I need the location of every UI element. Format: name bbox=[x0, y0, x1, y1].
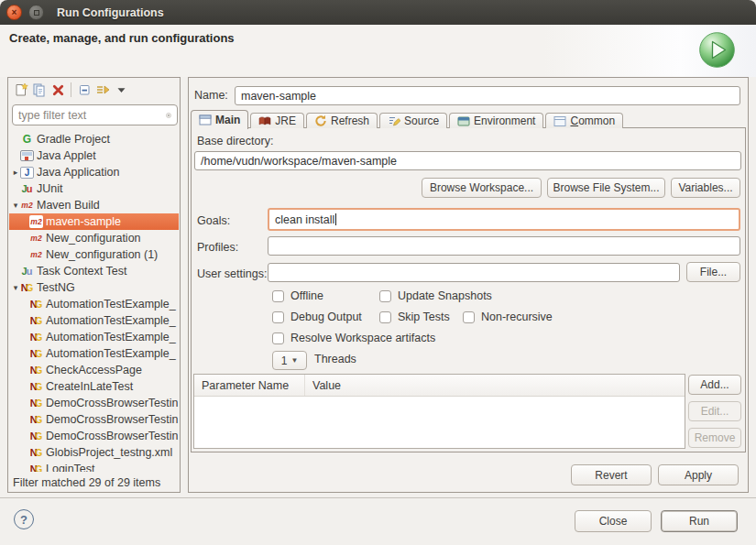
tree-item[interactable]: AutomationTestExample_ bbox=[9, 329, 179, 345]
window-close-button[interactable]: × bbox=[6, 5, 22, 20]
tree-item[interactable]: AutomationTestExample_ bbox=[9, 312, 179, 329]
bottom-separator bbox=[0, 497, 756, 498]
base-directory-label: Base directory: bbox=[197, 135, 273, 147]
configuration-editor: Name: maven-sample Main JRE Refresh Sour… bbox=[188, 77, 749, 493]
testng-icon bbox=[29, 430, 43, 442]
help-button[interactable]: ? bbox=[14, 509, 34, 529]
revert-button[interactable]: Revert bbox=[571, 464, 652, 485]
edit-button[interactable]: Edit... bbox=[688, 401, 741, 421]
tree-item-label: maven-sample bbox=[46, 215, 121, 228]
tree-item-label: AutomationTestExample_ bbox=[46, 347, 176, 360]
filter-launch-configurations-icon[interactable] bbox=[93, 82, 112, 98]
tree-item[interactable]: AutomationTestExample_ bbox=[9, 296, 179, 312]
titlebar[interactable]: × Run Configurations bbox=[0, 0, 756, 25]
threads-label: Threads bbox=[314, 353, 356, 365]
tree-item-label: DemoCrossBrowserTestin bbox=[46, 430, 178, 442]
filter-status: Filter matched 29 of 29 items bbox=[13, 476, 160, 489]
variables-button[interactable]: Variables... bbox=[671, 178, 740, 198]
tree-item[interactable]: CreateInLateTest bbox=[9, 378, 179, 395]
remove-button[interactable]: Remove bbox=[688, 428, 741, 448]
minimize-icon bbox=[34, 10, 39, 16]
tree-item-label: LoginTest bbox=[46, 463, 95, 472]
tree-item[interactable]: DemoCrossBrowserTestin bbox=[9, 395, 179, 411]
jre-tab-icon bbox=[258, 114, 271, 127]
tree-item[interactable]: Gradle Project bbox=[9, 131, 179, 147]
tree-item[interactable]: GlobisProject_testng.xml bbox=[9, 444, 179, 461]
threads-dropdown[interactable]: 1 ▼ bbox=[272, 351, 307, 370]
tab-common[interactable]: Common bbox=[545, 113, 623, 128]
delete-configuration-icon[interactable] bbox=[49, 82, 67, 98]
skip-tests-checkbox[interactable] bbox=[379, 311, 391, 323]
browse-file-system-button[interactable]: Browse File System... bbox=[547, 178, 665, 198]
gradle-icon bbox=[20, 133, 34, 146]
dropdown-arrow-icon: ▼ bbox=[290, 356, 298, 365]
resolve-workspace-checkbox[interactable] bbox=[272, 332, 284, 344]
profiles-input[interactable] bbox=[268, 236, 740, 256]
filter-input[interactable] bbox=[18, 109, 166, 122]
add-button[interactable]: Add... bbox=[688, 375, 741, 395]
base-directory-input[interactable]: /home/vudn/workspace/maven-sample bbox=[194, 151, 741, 170]
resolve-workspace-label: Resolve Workspace artifacts bbox=[290, 332, 435, 344]
new-configuration-icon[interactable] bbox=[12, 82, 30, 98]
dialog-header-title: Create, manage, and run configurations bbox=[9, 31, 235, 45]
tree-item-label: New_configuration (1) bbox=[46, 248, 158, 261]
tree-item[interactable]: DemoCrossBrowserTestin bbox=[9, 428, 179, 444]
apply-button[interactable]: Apply bbox=[658, 464, 739, 485]
goals-input[interactable]: clean install bbox=[268, 208, 740, 231]
run-configurations-dialog: × Run Configurations Create, manage, and… bbox=[0, 0, 756, 545]
parameter-table-header: Parameter Name Value bbox=[194, 375, 685, 397]
browse-workspace-button[interactable]: Browse Workspace... bbox=[422, 178, 542, 198]
expand-arrow-icon[interactable]: ▾ bbox=[11, 201, 20, 210]
testng-icon bbox=[29, 413, 43, 426]
expand-arrow-icon[interactable]: ▸ bbox=[11, 168, 20, 177]
tree-item-label: CreateInLateTest bbox=[46, 380, 133, 393]
junit-task-icon bbox=[20, 265, 34, 278]
tab-jre[interactable]: JRE bbox=[250, 113, 304, 128]
dialog-header: Create, manage, and run configurations bbox=[0, 25, 756, 77]
offline-checkbox[interactable] bbox=[272, 290, 284, 302]
tab-refresh[interactable]: Refresh bbox=[306, 113, 378, 128]
tab-source[interactable]: Source bbox=[379, 113, 447, 128]
run-button[interactable]: Run bbox=[661, 510, 738, 532]
tree-item[interactable]: LoginTest bbox=[9, 461, 179, 472]
window-minimize-button[interactable] bbox=[28, 5, 44, 20]
sidebar-toolbar bbox=[8, 78, 180, 102]
parameter-table-body bbox=[194, 397, 685, 449]
tree-item-label: CheckAccessPage bbox=[46, 364, 142, 376]
toolbar-menu-chevron-icon[interactable] bbox=[112, 82, 130, 98]
tree-item[interactable]: Task Context Test bbox=[9, 263, 179, 279]
collapse-all-icon[interactable] bbox=[75, 82, 93, 98]
tree-item-label: AutomationTestExample_ bbox=[46, 331, 176, 343]
tree-item[interactable]: AutomationTestExample_ bbox=[9, 345, 179, 362]
tree-item[interactable]: New_configuration (1) bbox=[9, 246, 179, 263]
debug-output-checkbox[interactable] bbox=[272, 311, 284, 323]
testng-icon bbox=[29, 446, 43, 459]
tree-item[interactable]: maven-sample bbox=[9, 213, 179, 230]
testng-icon bbox=[29, 331, 43, 343]
user-settings-label: User settings: bbox=[197, 267, 267, 280]
user-settings-input[interactable] bbox=[268, 263, 680, 282]
tree-item-label: DemoCrossBrowserTestin bbox=[46, 413, 178, 426]
tree-item[interactable]: DemoCrossBrowserTestin bbox=[9, 411, 179, 428]
tree-item[interactable]: New_configuration bbox=[9, 230, 179, 246]
clear-filter-icon[interactable] bbox=[166, 109, 171, 122]
tree-item[interactable]: ▸ Java Application bbox=[9, 164, 179, 180]
tree-item[interactable]: CheckAccessPage bbox=[9, 362, 179, 378]
update-snapshots-checkbox[interactable] bbox=[379, 290, 391, 302]
tree-item[interactable]: Java Applet bbox=[9, 147, 179, 164]
non-recursive-checkbox[interactable] bbox=[463, 311, 475, 323]
file-button[interactable]: File... bbox=[686, 262, 740, 282]
source-tab-icon bbox=[388, 114, 400, 127]
expand-arrow-icon[interactable]: ▾ bbox=[11, 283, 20, 292]
maven-icon bbox=[29, 232, 43, 245]
tab-main[interactable]: Main bbox=[191, 110, 248, 129]
tab-environment[interactable]: Environment bbox=[449, 113, 543, 128]
tree-item[interactable]: ▾ Maven Build bbox=[9, 197, 179, 213]
duplicate-configuration-icon[interactable] bbox=[30, 82, 49, 98]
goals-label: Goals: bbox=[197, 214, 230, 227]
tree-item-label: AutomationTestExample_ bbox=[46, 314, 176, 327]
tree-item[interactable]: ▾ TestNG bbox=[9, 279, 179, 296]
name-input[interactable]: maven-sample bbox=[235, 86, 740, 105]
close-button[interactable]: Close bbox=[575, 510, 652, 532]
tree-item[interactable]: JUnit bbox=[9, 180, 179, 197]
